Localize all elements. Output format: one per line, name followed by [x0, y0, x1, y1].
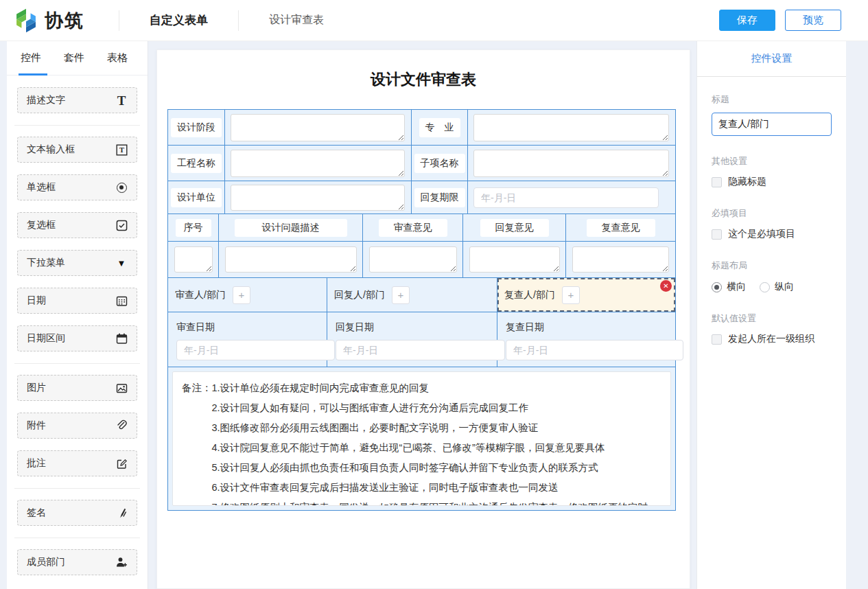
required-option-label: 这个是必填项目: [728, 228, 795, 240]
project-name-textarea[interactable]: [231, 150, 405, 177]
svg-text:T: T: [119, 146, 124, 154]
control-item-annotate[interactable]: 批注: [17, 450, 137, 476]
control-item-text-input[interactable]: 文本输入框 T: [17, 137, 137, 163]
form-row-unit-deadline: 设计单位 回复期限: [168, 181, 675, 214]
control-list: 描述文字 T 文本输入框 T 单选框 复选框: [7, 76, 148, 575]
form-table: 设计阶段 专 业 工程名称 子项名称: [167, 109, 676, 511]
control-item-attachment[interactable]: 附件: [17, 413, 137, 439]
active-tab-underline: [19, 73, 47, 76]
control-item-description-text[interactable]: 描述文字 T: [17, 87, 137, 113]
control-item-member-department[interactable]: 成员部门: [17, 549, 137, 575]
note-line: 5.设计回复人必须由抓也负责任和项目负责人同时签字确认并留下专业负责人的联系方式: [182, 458, 661, 478]
field-label-project-name: 工程名称: [171, 154, 222, 173]
add-rechecker-button[interactable]: +: [562, 286, 580, 304]
layout-vertical-radio[interactable]: [760, 282, 770, 292]
recheck-date-input[interactable]: [506, 340, 683, 360]
required-label: 必填项目: [712, 207, 832, 220]
note-line: 3.图纸修改部分必须用云线图圈出，必要时配文字说明，一方便复审人验证: [182, 418, 661, 438]
default-org-checkbox[interactable]: [712, 334, 722, 345]
input-cell: [468, 181, 675, 213]
reply-date-input[interactable]: [336, 340, 505, 360]
controls-sidebar: 控件 套件 表格 描述文字 T 文本输入框 T 单选框 复选框: [7, 41, 148, 589]
list-divider: [14, 125, 140, 126]
control-item-date[interactable]: 日期: [17, 288, 137, 314]
field-label-design-stage: 设计阶段: [171, 118, 222, 137]
default-org-label: 发起人所在一级组织: [728, 333, 814, 345]
control-item-dropdown[interactable]: 下拉菜单 ▼: [17, 250, 137, 276]
tab-design-review-form[interactable]: 设计审查表: [269, 13, 324, 27]
text-icon: T: [115, 94, 128, 106]
seq-textarea[interactable]: [174, 246, 213, 273]
title-input[interactable]: [712, 113, 832, 136]
note-line: 备注：1.设计单位必须在规定时间内完成审查意见的回复: [182, 378, 661, 398]
add-reviewer-button[interactable]: +: [233, 286, 250, 304]
form-canvas: 设计文件审查表 设计阶段 专 业 工程名称: [156, 49, 690, 589]
control-item-image[interactable]: 图片: [17, 375, 137, 401]
sub-item-textarea[interactable]: [473, 150, 669, 177]
form-row-project-subitem: 工程名称 子项名称: [168, 146, 675, 181]
radio-icon: [115, 181, 128, 194]
list-divider: [14, 363, 140, 364]
design-stage-textarea[interactable]: [231, 114, 405, 141]
sidebar-tab-tables[interactable]: 表格: [107, 51, 128, 65]
input-cell: [566, 242, 675, 277]
issue-desc-textarea[interactable]: [225, 246, 357, 273]
header-cell: 序号: [168, 214, 219, 241]
header-divider: [119, 10, 119, 31]
layout-horizontal-radio[interactable]: [712, 282, 722, 292]
annotate-icon: [115, 457, 128, 470]
dropdown-icon: ▼: [115, 257, 128, 269]
sidebar-tab-kits[interactable]: 套件: [64, 51, 84, 65]
control-item-checkbox[interactable]: 复选框: [17, 212, 137, 238]
sidebar-tab-controls[interactable]: 控件: [21, 51, 41, 65]
people-row: 审查人/部门 + 回复人/部门 + 复查人/部门 + ✕: [168, 278, 675, 312]
control-item-radio[interactable]: 单选框: [17, 174, 137, 200]
input-cell: [463, 242, 566, 277]
input-cell: [168, 242, 219, 277]
replier-cell: 回复人/部门 +: [327, 278, 497, 312]
input-text-icon: T: [115, 143, 128, 156]
tab-custom-form[interactable]: 自定义表单: [150, 12, 208, 28]
issues-input-row: [168, 242, 675, 278]
recheck-date-cell: 复查日期: [497, 312, 675, 367]
list-divider: [14, 488, 140, 489]
design-unit-textarea[interactable]: [231, 185, 405, 211]
reply-deadline-date-input[interactable]: [473, 187, 659, 208]
control-item-date-range[interactable]: 日期区间: [17, 325, 137, 351]
label-cell: 设计阶段: [168, 110, 225, 145]
required-checkbox[interactable]: [712, 229, 722, 240]
review-date-input[interactable]: [176, 340, 335, 360]
control-item-signature[interactable]: 签名: [17, 500, 137, 526]
input-cell: [468, 146, 675, 181]
app-logo: 协筑: [14, 7, 84, 34]
field-label-major: 专 业: [419, 118, 460, 137]
header-cell: 复查意见: [566, 214, 675, 241]
hide-title-checkbox[interactable]: [712, 177, 722, 187]
other-settings-label: 其他设置: [712, 155, 832, 168]
col-header-issue-desc: 设计问题描述: [235, 219, 347, 237]
header-actions: 保存 预览: [719, 10, 841, 31]
layout-vertical-label: 纵向: [775, 281, 794, 293]
major-textarea[interactable]: [473, 114, 669, 141]
delete-control-icon[interactable]: ✕: [660, 280, 672, 292]
preview-button[interactable]: 预览: [785, 10, 841, 31]
issues-header-row: 序号 设计问题描述 审查意见 回复意见 复查意见: [168, 214, 675, 242]
rechecker-cell-selected[interactable]: 复查人/部门 + ✕: [497, 278, 675, 312]
form-title: 设计文件审查表: [157, 50, 690, 90]
header-cell: 回复意见: [463, 214, 566, 241]
form-row-stage-major: 设计阶段 专 业: [168, 110, 675, 146]
save-button[interactable]: 保存: [719, 10, 775, 31]
control-settings-panel: 控件设置 标题 其他设置 隐藏标题 必填项目 这个是必填项目 标题布局 横向: [696, 41, 846, 589]
reply-opinion-textarea[interactable]: [469, 246, 560, 273]
recheck-opinion-textarea[interactable]: [572, 246, 669, 273]
input-cell: [363, 242, 463, 277]
hide-title-label: 隐藏标题: [728, 176, 766, 188]
list-divider: [14, 538, 140, 538]
add-replier-button[interactable]: +: [392, 286, 410, 304]
reviewer-cell: 审查人/部门 +: [168, 278, 327, 312]
input-cell: [468, 110, 675, 145]
dates-row: 审查日期 回复日期 复查日期: [168, 312, 675, 367]
member-add-icon: [115, 556, 128, 568]
notes-cell: 备注：1.设计单位必须在规定时间内完成审查意见的回复 2.设计回复人如有疑问，可…: [168, 367, 675, 510]
review-opinion-textarea[interactable]: [369, 246, 457, 273]
